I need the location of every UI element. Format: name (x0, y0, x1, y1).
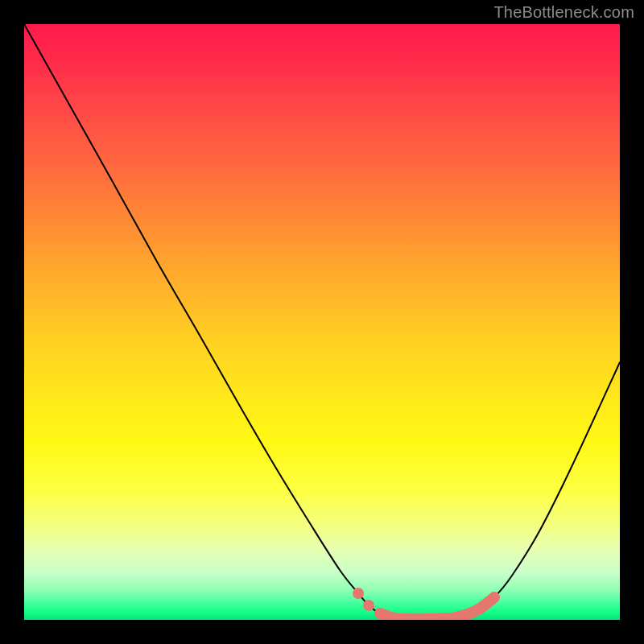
highlight-dot (363, 600, 374, 611)
plot-area (24, 24, 620, 620)
curve-layer (24, 24, 620, 620)
bottleneck-curve (24, 24, 620, 619)
highlight-dot (353, 588, 364, 599)
watermark-text: TheBottleneck.com (493, 3, 634, 22)
highlight-overlay (380, 597, 494, 619)
chart-frame: TheBottleneck.com (0, 0, 644, 644)
